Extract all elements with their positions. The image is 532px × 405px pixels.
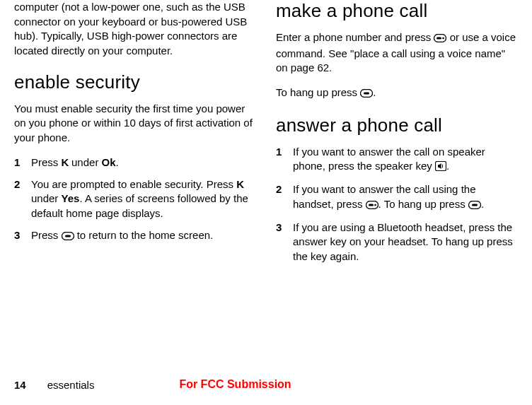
answer-step-2: If you want to answer the call using the… — [276, 182, 518, 213]
answer-call-heading: answer a phone call — [276, 115, 518, 136]
make-call-paragraph: Enter a phone number and press or use a … — [276, 30, 518, 76]
security-step-2: You are prompted to enable security. Pre… — [14, 177, 256, 221]
svg-rect-12 — [472, 204, 478, 206]
footer-section-name: essentials — [47, 379, 95, 391]
fcc-notice: For FCC Submission — [179, 378, 291, 391]
step-text: under — [69, 156, 102, 168]
text: To hang up press — [276, 86, 360, 98]
send-key-icon — [434, 32, 446, 47]
security-steps: Press K under Ok. You are prompted to en… — [14, 155, 256, 244]
send-key-icon — [366, 199, 378, 213]
step-text: Press — [31, 156, 62, 168]
make-call-heading: make a phone call — [276, 0, 518, 22]
text: Enter a phone number and press — [276, 31, 434, 43]
svg-rect-3 — [436, 37, 441, 40]
right-column: make a phone call Enter a phone number a… — [276, 0, 518, 271]
step-text: to return to the home screen. — [74, 229, 214, 241]
svg-rect-1 — [65, 235, 71, 237]
text: If you are using a Bluetooth headset, pr… — [293, 221, 513, 262]
text: . — [373, 86, 376, 98]
ok-label: Ok — [102, 156, 116, 168]
yes-label: Yes — [62, 192, 80, 204]
answer-step-1: If you want to answer the call on speake… — [276, 145, 518, 175]
end-key-icon — [62, 230, 74, 245]
speaker-key-icon — [435, 160, 446, 175]
step-text: . — [116, 156, 119, 168]
softkey-label: K — [236, 178, 243, 190]
security-step-3: Press to return to the home screen. — [14, 228, 256, 245]
answer-steps: If you want to answer the call on speake… — [276, 145, 518, 264]
enable-security-heading: enable security — [14, 71, 256, 93]
text: . — [446, 160, 449, 172]
svg-rect-9 — [369, 204, 374, 206]
text: If you want to answer the call on speake… — [293, 146, 485, 172]
step-text: You are prompted to enable security. Pre… — [31, 178, 236, 190]
step-text: under — [31, 192, 62, 204]
svg-point-4 — [443, 37, 445, 40]
step-text: Press — [31, 229, 62, 241]
softkey-label: K — [62, 156, 69, 168]
hangup-paragraph: To hang up press . — [276, 86, 518, 102]
svg-point-10 — [374, 204, 376, 206]
end-key-icon — [468, 199, 481, 213]
page-footer: 14 essentials For FCC Submission — [0, 378, 532, 391]
answer-step-3: If you are using a Bluetooth headset, pr… — [276, 221, 518, 264]
page-number: 14 — [14, 379, 26, 391]
svg-rect-6 — [364, 93, 369, 95]
left-column: computer (not a low-power one, such as t… — [14, 0, 256, 271]
text: . — [481, 198, 484, 210]
text: . To hang up press — [378, 198, 468, 210]
usb-paragraph: computer (not a low-power one, such as t… — [14, 0, 256, 59]
security-step-1: Press K under Ok. — [14, 155, 256, 170]
end-key-icon — [360, 87, 373, 102]
security-intro: You must enable security the first time … — [14, 102, 256, 146]
